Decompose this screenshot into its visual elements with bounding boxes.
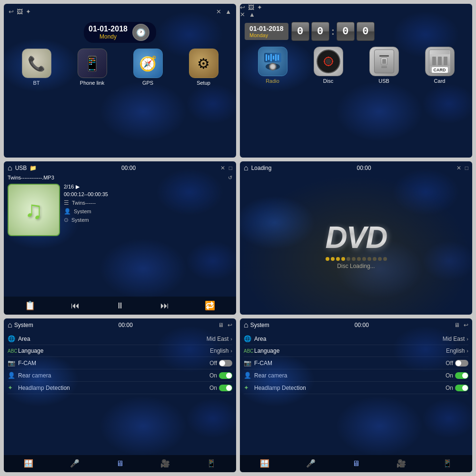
loading-text: Disc Loading... (337, 263, 375, 269)
taskbar-6: 🪟 🎤 🖥 🎥 📱 (240, 455, 472, 472)
settings-icon[interactable]: ✕ (216, 8, 221, 15)
taskbar-mic-6[interactable]: 🎤 (306, 459, 316, 468)
phone-link-icon[interactable]: 📱 (78, 49, 107, 78)
taskbar-video-5[interactable]: 🎥 (160, 459, 170, 468)
app-phone-link[interactable]: 📱 Phone link (78, 49, 107, 86)
taskbar-screen-6[interactable]: 🖥 (352, 459, 360, 468)
camera-icon-2[interactable]: 🖼 (248, 4, 254, 11)
camera-icon[interactable]: 🖼 (17, 8, 23, 15)
app-gps[interactable]: 🧭 GPS (133, 49, 163, 86)
system-row-rear-cam-6[interactable]: 👤 Rear camera On (244, 369, 468, 382)
usb-icon[interactable] (369, 47, 399, 76)
playlist-item-2[interactable]: 👤 System (64, 207, 232, 216)
home-icon-5[interactable]: ⌂ (8, 321, 12, 329)
playlist-button[interactable]: 📋 (25, 300, 35, 311)
repeat-button[interactable]: 🔁 (205, 300, 215, 311)
arrow-up-icon-2[interactable]: ▲ (249, 11, 255, 18)
app-disc[interactable]: Disc (314, 47, 343, 84)
system-row-headlamp-6[interactable]: ✦ Headlamp Detection On (244, 382, 468, 394)
app-grid-media: Radio Disc USB (240, 43, 472, 87)
taskbar-phone-6[interactable]: 📱 (443, 459, 452, 468)
folder-icon-3[interactable]: 📁 (30, 165, 37, 171)
hour-digit-1: 0 (291, 22, 309, 41)
disc-icon[interactable] (314, 47, 343, 76)
system-row-language[interactable]: ABC Language English › (8, 345, 232, 357)
playlist-item-3[interactable]: ⊙ System (64, 216, 232, 224)
dvd-header-left: ⌂ Loading (244, 164, 271, 172)
dot-8 (362, 257, 366, 261)
dot-12 (383, 257, 387, 261)
app-setup[interactable]: ⚙ Setup (189, 49, 218, 86)
system-header-left-5: ⌂ System (8, 321, 33, 329)
app-card[interactable]: CARD Card (425, 47, 455, 84)
home-icon-4[interactable]: ⌂ (244, 164, 248, 172)
headlamp-toggle[interactable] (219, 385, 232, 391)
taskbar-phone-5[interactable]: 📱 (207, 459, 216, 468)
headlamp-icon-6: ✦ (244, 384, 254, 391)
radio-icon[interactable] (258, 47, 288, 76)
dot-9 (367, 257, 371, 261)
arrow-up-icon[interactable]: ▲ (225, 8, 231, 15)
back-icon-6[interactable]: ↩ (464, 322, 468, 328)
prev-button[interactable]: ⏮ (71, 301, 79, 311)
system-list-6: 🌐 Area Mid East › ABC Language English ›… (240, 332, 472, 395)
system-row-area[interactable]: 🌐 Area Mid East › (8, 333, 232, 345)
back-icon[interactable]: ↩ (9, 8, 14, 15)
rear-cam-icon-6: 👤 (244, 372, 254, 379)
area-label: Area (18, 336, 207, 342)
panel1-topbar: ↩ 🖼 ✦ ✕ ▲ (4, 4, 236, 19)
brightness-icon-2[interactable]: ✦ (257, 4, 262, 11)
rear-cam-value: On (209, 372, 217, 379)
playlist-item-1[interactable]: ☰ Twins------ (64, 198, 232, 207)
settings-icon-2[interactable]: ✕ (240, 11, 245, 18)
back-icon-2[interactable]: ↩ (240, 4, 245, 11)
home-icon-3[interactable]: ⌂ (8, 164, 12, 172)
taskbar-screen-5[interactable]: 🖥 (116, 459, 124, 468)
system-row-rear-cam[interactable]: 👤 Rear camera On (8, 369, 232, 382)
app-bt[interactable]: 📞 BT (22, 49, 51, 86)
system-row-headlamp[interactable]: ✦ Headlamp Detection On (8, 382, 232, 394)
panel-home-screen: ↩ 🖼 ✦ ✕ ▲ 01-01-2018 Mondy 🕐 📞 BT 📱 (4, 4, 236, 158)
rear-cam-toggle-6[interactable] (455, 372, 468, 379)
next-button[interactable]: ⏭ (160, 301, 169, 311)
monitor-icon-3[interactable]: □ (229, 165, 232, 171)
gps-icon[interactable]: 🧭 (133, 49, 163, 78)
vinyl-disc (317, 50, 340, 73)
headlamp-label: Headlamp Detection (18, 385, 209, 391)
taskbar-mic-5[interactable]: 🎤 (70, 459, 79, 468)
app-radio[interactable]: Radio (258, 47, 288, 84)
setup-icon[interactable]: ⚙ (189, 49, 218, 78)
wrench-icon-3[interactable]: ✕ (220, 165, 225, 171)
panel1-right-icons: ✕ ▲ (216, 8, 231, 15)
area-arrow-6: › (466, 336, 468, 342)
play-pause-button[interactable]: ⏸ (116, 301, 124, 311)
brightness-icon[interactable]: ✦ (26, 8, 31, 15)
system-list-5: 🌐 Area Mid East › ABC Language English ›… (4, 332, 236, 395)
back-icon-5[interactable]: ↩ (228, 322, 232, 328)
radio-label: Radio (266, 78, 279, 84)
language-icon-6: ABC (244, 348, 254, 354)
bt-icon[interactable]: 📞 (22, 49, 51, 78)
fcam-toggle[interactable] (219, 360, 232, 367)
fcam-toggle-6[interactable] (455, 360, 468, 367)
system-row-area-6[interactable]: 🌐 Area Mid East › (244, 333, 468, 345)
system-row-fcam-6[interactable]: 📷 F-CAM Off (244, 357, 468, 369)
play-icon-small: ▶ (76, 184, 79, 190)
dvd-header: ⌂ Loading 00:00 ✕ □ (240, 161, 472, 175)
taskbar-home-5[interactable]: 🪟 (24, 459, 33, 468)
headlamp-toggle-6[interactable] (455, 385, 468, 391)
card-icon[interactable]: CARD (425, 47, 455, 76)
monitor-icon-4[interactable]: □ (465, 165, 468, 171)
rear-cam-label: Rear camera (18, 372, 209, 379)
home-icon-6[interactable]: ⌂ (244, 321, 248, 329)
rear-cam-toggle[interactable] (219, 372, 232, 379)
monitor-icon-5[interactable]: 🖥 (218, 322, 224, 328)
system-row-fcam[interactable]: 📷 F-CAM Off (8, 357, 232, 369)
system-row-language-6[interactable]: ABC Language English › (244, 345, 468, 357)
wrench-icon-4[interactable]: ✕ (456, 165, 461, 171)
taskbar-video-6[interactable]: 🎥 (397, 459, 406, 468)
panel-system-right: ⌂ System 00:00 🖥 ↩ 🌐 Area Mid East › ABC… (240, 318, 472, 472)
taskbar-home-6[interactable]: 🪟 (260, 459, 269, 468)
monitor-icon-6[interactable]: 🖥 (454, 322, 460, 328)
app-usb[interactable]: USB (369, 47, 399, 84)
